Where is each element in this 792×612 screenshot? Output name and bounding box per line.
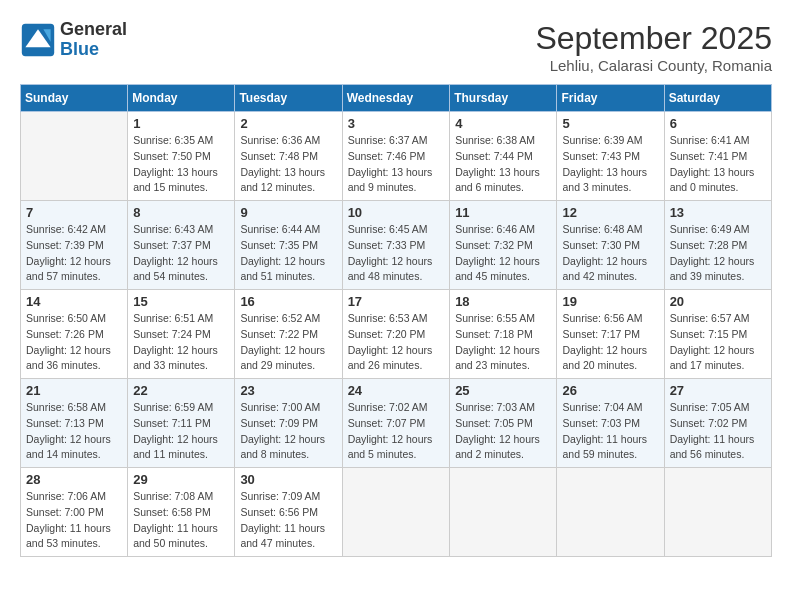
logo-icon <box>20 22 56 58</box>
day-info: Sunrise: 6:52 AM Sunset: 7:22 PM Dayligh… <box>240 311 336 374</box>
title-block: September 2025 Lehliu, Calarasi County, … <box>535 20 772 74</box>
day-number: 18 <box>455 294 551 309</box>
day-info: Sunrise: 6:36 AM Sunset: 7:48 PM Dayligh… <box>240 133 336 196</box>
day-number: 9 <box>240 205 336 220</box>
calendar-cell: 11Sunrise: 6:46 AM Sunset: 7:32 PM Dayli… <box>450 201 557 290</box>
logo-text: General Blue <box>60 20 127 60</box>
calendar-cell: 18Sunrise: 6:55 AM Sunset: 7:18 PM Dayli… <box>450 290 557 379</box>
calendar-cell: 24Sunrise: 7:02 AM Sunset: 7:07 PM Dayli… <box>342 379 450 468</box>
calendar-cell: 8Sunrise: 6:43 AM Sunset: 7:37 PM Daylig… <box>128 201 235 290</box>
calendar-week-row: 1Sunrise: 6:35 AM Sunset: 7:50 PM Daylig… <box>21 112 772 201</box>
day-info: Sunrise: 6:44 AM Sunset: 7:35 PM Dayligh… <box>240 222 336 285</box>
calendar-cell: 2Sunrise: 6:36 AM Sunset: 7:48 PM Daylig… <box>235 112 342 201</box>
day-info: Sunrise: 6:37 AM Sunset: 7:46 PM Dayligh… <box>348 133 445 196</box>
calendar-cell: 10Sunrise: 6:45 AM Sunset: 7:33 PM Dayli… <box>342 201 450 290</box>
calendar-cell: 23Sunrise: 7:00 AM Sunset: 7:09 PM Dayli… <box>235 379 342 468</box>
day-number: 28 <box>26 472 122 487</box>
day-number: 4 <box>455 116 551 131</box>
day-number: 19 <box>562 294 658 309</box>
calendar-cell: 15Sunrise: 6:51 AM Sunset: 7:24 PM Dayli… <box>128 290 235 379</box>
day-info: Sunrise: 6:48 AM Sunset: 7:30 PM Dayligh… <box>562 222 658 285</box>
calendar-cell: 28Sunrise: 7:06 AM Sunset: 7:00 PM Dayli… <box>21 468 128 557</box>
weekday-header: Friday <box>557 85 664 112</box>
day-info: Sunrise: 7:02 AM Sunset: 7:07 PM Dayligh… <box>348 400 445 463</box>
calendar-cell: 3Sunrise: 6:37 AM Sunset: 7:46 PM Daylig… <box>342 112 450 201</box>
day-info: Sunrise: 6:58 AM Sunset: 7:13 PM Dayligh… <box>26 400 122 463</box>
calendar-cell <box>450 468 557 557</box>
calendar-week-row: 7Sunrise: 6:42 AM Sunset: 7:39 PM Daylig… <box>21 201 772 290</box>
day-info: Sunrise: 7:00 AM Sunset: 7:09 PM Dayligh… <box>240 400 336 463</box>
calendar-cell: 13Sunrise: 6:49 AM Sunset: 7:28 PM Dayli… <box>664 201 771 290</box>
day-info: Sunrise: 6:56 AM Sunset: 7:17 PM Dayligh… <box>562 311 658 374</box>
calendar-cell: 14Sunrise: 6:50 AM Sunset: 7:26 PM Dayli… <box>21 290 128 379</box>
day-number: 1 <box>133 116 229 131</box>
calendar-week-row: 21Sunrise: 6:58 AM Sunset: 7:13 PM Dayli… <box>21 379 772 468</box>
day-info: Sunrise: 6:45 AM Sunset: 7:33 PM Dayligh… <box>348 222 445 285</box>
calendar-cell: 30Sunrise: 7:09 AM Sunset: 6:56 PM Dayli… <box>235 468 342 557</box>
day-number: 17 <box>348 294 445 309</box>
day-number: 11 <box>455 205 551 220</box>
calendar-cell: 25Sunrise: 7:03 AM Sunset: 7:05 PM Dayli… <box>450 379 557 468</box>
calendar-cell: 19Sunrise: 6:56 AM Sunset: 7:17 PM Dayli… <box>557 290 664 379</box>
calendar-cell: 21Sunrise: 6:58 AM Sunset: 7:13 PM Dayli… <box>21 379 128 468</box>
day-info: Sunrise: 6:39 AM Sunset: 7:43 PM Dayligh… <box>562 133 658 196</box>
calendar-cell: 9Sunrise: 6:44 AM Sunset: 7:35 PM Daylig… <box>235 201 342 290</box>
calendar-cell <box>557 468 664 557</box>
day-number: 13 <box>670 205 766 220</box>
day-number: 14 <box>26 294 122 309</box>
calendar-cell: 27Sunrise: 7:05 AM Sunset: 7:02 PM Dayli… <box>664 379 771 468</box>
calendar-cell: 12Sunrise: 6:48 AM Sunset: 7:30 PM Dayli… <box>557 201 664 290</box>
day-number: 16 <box>240 294 336 309</box>
calendar-cell <box>664 468 771 557</box>
day-info: Sunrise: 6:59 AM Sunset: 7:11 PM Dayligh… <box>133 400 229 463</box>
calendar-cell: 17Sunrise: 6:53 AM Sunset: 7:20 PM Dayli… <box>342 290 450 379</box>
calendar-cell: 6Sunrise: 6:41 AM Sunset: 7:41 PM Daylig… <box>664 112 771 201</box>
weekday-header: Thursday <box>450 85 557 112</box>
weekday-header: Sunday <box>21 85 128 112</box>
day-info: Sunrise: 7:04 AM Sunset: 7:03 PM Dayligh… <box>562 400 658 463</box>
day-info: Sunrise: 6:46 AM Sunset: 7:32 PM Dayligh… <box>455 222 551 285</box>
calendar-cell: 26Sunrise: 7:04 AM Sunset: 7:03 PM Dayli… <box>557 379 664 468</box>
calendar-cell: 20Sunrise: 6:57 AM Sunset: 7:15 PM Dayli… <box>664 290 771 379</box>
day-number: 15 <box>133 294 229 309</box>
day-number: 8 <box>133 205 229 220</box>
day-info: Sunrise: 6:35 AM Sunset: 7:50 PM Dayligh… <box>133 133 229 196</box>
calendar-cell: 5Sunrise: 6:39 AM Sunset: 7:43 PM Daylig… <box>557 112 664 201</box>
day-info: Sunrise: 6:38 AM Sunset: 7:44 PM Dayligh… <box>455 133 551 196</box>
calendar-week-row: 28Sunrise: 7:06 AM Sunset: 7:00 PM Dayli… <box>21 468 772 557</box>
day-number: 7 <box>26 205 122 220</box>
day-info: Sunrise: 6:41 AM Sunset: 7:41 PM Dayligh… <box>670 133 766 196</box>
day-number: 20 <box>670 294 766 309</box>
day-info: Sunrise: 7:09 AM Sunset: 6:56 PM Dayligh… <box>240 489 336 552</box>
month-title: September 2025 <box>535 20 772 57</box>
day-number: 23 <box>240 383 336 398</box>
weekday-header: Tuesday <box>235 85 342 112</box>
day-info: Sunrise: 7:06 AM Sunset: 7:00 PM Dayligh… <box>26 489 122 552</box>
location-subtitle: Lehliu, Calarasi County, Romania <box>535 57 772 74</box>
day-info: Sunrise: 7:08 AM Sunset: 6:58 PM Dayligh… <box>133 489 229 552</box>
calendar-cell <box>21 112 128 201</box>
day-number: 10 <box>348 205 445 220</box>
calendar-cell: 4Sunrise: 6:38 AM Sunset: 7:44 PM Daylig… <box>450 112 557 201</box>
day-number: 26 <box>562 383 658 398</box>
weekday-header: Monday <box>128 85 235 112</box>
calendar-cell: 7Sunrise: 6:42 AM Sunset: 7:39 PM Daylig… <box>21 201 128 290</box>
weekday-header: Saturday <box>664 85 771 112</box>
day-info: Sunrise: 6:43 AM Sunset: 7:37 PM Dayligh… <box>133 222 229 285</box>
day-number: 5 <box>562 116 658 131</box>
day-info: Sunrise: 7:05 AM Sunset: 7:02 PM Dayligh… <box>670 400 766 463</box>
logo: General Blue <box>20 20 127 60</box>
day-info: Sunrise: 6:53 AM Sunset: 7:20 PM Dayligh… <box>348 311 445 374</box>
day-number: 27 <box>670 383 766 398</box>
weekday-header-row: SundayMondayTuesdayWednesdayThursdayFrid… <box>21 85 772 112</box>
day-info: Sunrise: 6:50 AM Sunset: 7:26 PM Dayligh… <box>26 311 122 374</box>
day-number: 24 <box>348 383 445 398</box>
day-number: 3 <box>348 116 445 131</box>
day-number: 29 <box>133 472 229 487</box>
calendar-cell: 16Sunrise: 6:52 AM Sunset: 7:22 PM Dayli… <box>235 290 342 379</box>
day-number: 2 <box>240 116 336 131</box>
day-info: Sunrise: 7:03 AM Sunset: 7:05 PM Dayligh… <box>455 400 551 463</box>
calendar-cell <box>342 468 450 557</box>
calendar-cell: 22Sunrise: 6:59 AM Sunset: 7:11 PM Dayli… <box>128 379 235 468</box>
calendar-table: SundayMondayTuesdayWednesdayThursdayFrid… <box>20 84 772 557</box>
